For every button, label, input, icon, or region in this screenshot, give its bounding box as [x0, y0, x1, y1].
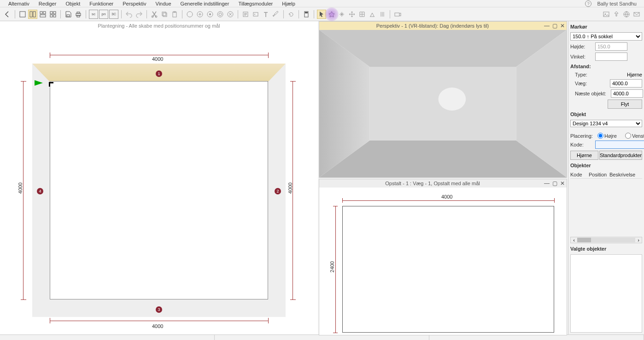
elevation-viewport[interactable]: 4000 2400 [319, 188, 567, 335]
menu-generelle[interactable]: Generelle indstillinger [176, 0, 234, 7]
svg-point-24 [217, 12, 223, 17]
wall-distance-input[interactable] [610, 79, 642, 88]
wall-badge-4[interactable]: 4 [37, 188, 43, 194]
object-section-label: Objekt [570, 111, 642, 118]
globe-icon[interactable] [622, 10, 631, 19]
scroll-right-icon[interactable]: › [635, 237, 642, 243]
paste-icon[interactable] [170, 10, 179, 19]
grid-icon[interactable] [357, 10, 367, 19]
move-button[interactable]: Flyt [608, 100, 642, 109]
circle-x-icon[interactable] [226, 10, 235, 19]
tag-icon[interactable] [251, 10, 260, 19]
edit-icon[interactable] [271, 10, 281, 19]
svg-rect-33 [603, 12, 609, 17]
elev-dim-left: 2400 [329, 261, 335, 272]
svg-rect-1 [30, 12, 32, 17]
selected-objects-list[interactable] [570, 254, 642, 333]
note-icon[interactable] [241, 10, 250, 19]
text-icon[interactable] [261, 10, 270, 19]
save-icon[interactable] [64, 10, 73, 19]
layout-4-icon[interactable] [48, 10, 58, 19]
share-icon[interactable] [612, 10, 621, 19]
layout-2-icon[interactable] [28, 10, 37, 19]
cut-icon[interactable] [150, 10, 159, 19]
sc-badge[interactable]: sc [89, 10, 98, 19]
plan-view-title: Plantegning - Alle skabe med positionsnu… [0, 21, 318, 30]
objects-list[interactable] [570, 181, 642, 235]
cursor-icon[interactable] [317, 10, 326, 19]
threec-badge[interactable]: 3C [109, 10, 118, 19]
menu-tillaeg[interactable]: Tillægsmoduler [234, 0, 277, 7]
layout-1-icon[interactable] [18, 10, 27, 19]
corner-button[interactable]: Hjørne [570, 151, 598, 160]
placement-left-radio[interactable]: Venstre [625, 133, 644, 139]
room-interior[interactable] [50, 81, 268, 299]
angle-label: Vinkel: [570, 54, 593, 59]
wall-badge-3[interactable]: 3 [156, 306, 162, 313]
mail-icon[interactable] [632, 10, 641, 19]
wall-badge-2[interactable]: 2 [275, 188, 281, 194]
undo-icon[interactable] [124, 10, 134, 19]
perspective-viewport[interactable] [319, 30, 567, 177]
svg-rect-6 [50, 12, 53, 14]
menu-objekt[interactable]: Objekt [61, 0, 85, 7]
svg-rect-8 [50, 15, 53, 17]
maximize-icon[interactable]: ▢ [552, 180, 557, 187]
menu-perspektiv[interactable]: Perspektiv [118, 0, 151, 7]
markor-select[interactable]: 150.0 ↑ På sokkel [570, 32, 642, 41]
minimize-icon[interactable]: — [544, 23, 550, 29]
star2-icon[interactable] [337, 10, 346, 19]
object-select[interactable]: Design 1234 v4 [570, 120, 642, 127]
type-label: Type: [575, 72, 598, 77]
menu-vindue[interactable]: Vindue [151, 0, 176, 7]
origin-arrow-icon [35, 80, 43, 86]
circle-spiral-icon[interactable] [216, 10, 225, 19]
svg-rect-31 [305, 12, 308, 13]
angle-input[interactable] [595, 53, 627, 61]
help-icon[interactable]: ? [585, 0, 591, 7]
close-icon[interactable]: ✕ [560, 180, 565, 187]
height-input[interactable] [595, 42, 627, 51]
menu-alternativ[interactable]: Alternativ [4, 0, 34, 7]
print-icon[interactable] [74, 10, 83, 19]
menu-funktioner[interactable]: Funktioner [85, 0, 118, 7]
next-object-label: Næste objekt: [575, 91, 607, 96]
menu-rediger[interactable]: Rediger [34, 0, 61, 7]
circle-plus-icon[interactable] [195, 10, 205, 19]
copy-icon[interactable] [160, 10, 169, 19]
elevation-wall-frame[interactable] [342, 206, 554, 333]
minimize-icon[interactable]: — [544, 180, 550, 187]
svg-rect-28 [253, 12, 258, 16]
wall-badge-1[interactable]: 1 [156, 70, 162, 77]
next-object-input[interactable] [611, 89, 643, 98]
maximize-icon[interactable]: ▢ [552, 23, 557, 29]
camera-icon[interactable] [393, 10, 402, 19]
back-icon[interactable] [3, 10, 12, 19]
plan-view-panel[interactable]: Plantegning - Alle skabe med positionsnu… [0, 21, 318, 334]
image-icon[interactable] [602, 10, 611, 19]
rotate-icon[interactable] [287, 10, 296, 19]
pn-badge[interactable]: pn [99, 10, 108, 19]
snap-icon[interactable] [368, 10, 377, 19]
circle-icon[interactable] [185, 10, 194, 19]
elevation-title: Opstalt - 1 : Væg - 1, Opstalt med alle … [321, 181, 544, 186]
layout-3-icon[interactable] [38, 10, 47, 19]
close-icon[interactable]: ✕ [560, 23, 565, 29]
calc-icon[interactable] [302, 10, 311, 19]
circle-dot-icon[interactable] [205, 10, 215, 19]
svg-point-29 [254, 14, 255, 15]
move-tool-icon[interactable] [347, 10, 357, 19]
standard-products-button[interactable]: Standardprodukter [599, 151, 642, 160]
redo-icon[interactable] [135, 10, 144, 19]
align-icon[interactable] [378, 10, 387, 19]
menu-hjaelp[interactable]: Hjælp [277, 0, 300, 7]
svg-rect-10 [67, 15, 70, 17]
scroll-left-icon[interactable]: ‹ [571, 237, 577, 243]
placement-right-radio[interactable]: Højre [597, 133, 621, 139]
objects-scrollbar[interactable]: ‹ › [570, 237, 642, 243]
objects-table-header: Kode Position Beskrivelse [570, 171, 642, 179]
properties-sidebar: Markør 150.0 ↑ På sokkel Højde: Vinkel: … [568, 21, 644, 334]
star-tool-icon[interactable] [327, 10, 336, 19]
code-input[interactable] [595, 141, 644, 149]
svg-rect-4 [43, 12, 46, 14]
